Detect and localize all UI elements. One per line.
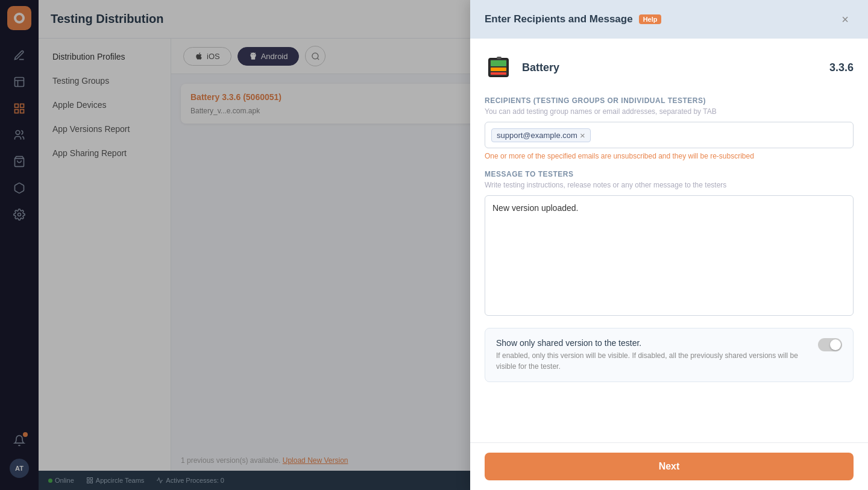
modal-footer: Next — [470, 442, 868, 490]
tag-remove-button[interactable]: × — [580, 131, 585, 140]
app-name: Battery — [522, 61, 559, 74]
modal-header: Enter Recipients and Message Help × — [470, 0, 868, 39]
svg-rect-19 — [491, 68, 506, 71]
modal-title: Enter Recipients and Message Help — [485, 13, 661, 25]
recipients-section-label: RECIPIENTS (TESTING GROUPS OR INDIVIDUAL… — [485, 96, 854, 105]
app-version: 3.3.6 — [829, 61, 854, 74]
message-sublabel: Write testing instructions, release note… — [485, 181, 854, 189]
recipients-input-box[interactable]: support@example.com × — [485, 122, 854, 148]
modal-close-button[interactable]: × — [837, 11, 854, 28]
svg-rect-21 — [497, 57, 502, 59]
battery-app-icon — [485, 53, 514, 82]
toggle-subtitle: If enabled, only this version will be vi… — [496, 350, 808, 372]
next-button[interactable]: Next — [485, 453, 854, 480]
toggle-section: Show only shared version to the tester. … — [485, 328, 854, 382]
message-textarea[interactable]: New version uploaded. — [485, 195, 854, 316]
toggle-switch[interactable] — [818, 338, 842, 351]
help-badge[interactable]: Help — [639, 14, 662, 24]
svg-rect-20 — [491, 72, 506, 75]
toggle-thumb — [830, 339, 841, 350]
modal-body: Battery 3.3.6 RECIPIENTS (TESTING GROUPS… — [470, 39, 868, 442]
email-tag: support@example.com × — [491, 128, 591, 142]
warning-message: One or more of the specified emails are … — [485, 152, 854, 160]
recipients-sublabel: You can add testing group names or email… — [485, 107, 854, 116]
message-section-label: MESSAGE TO TESTERS — [485, 170, 854, 178]
app-info-row: Battery 3.3.6 — [485, 53, 854, 82]
svg-rect-18 — [491, 60, 506, 66]
toggle-title: Show only shared version to the tester. — [496, 338, 808, 348]
recipients-modal: Enter Recipients and Message Help × Batt… — [470, 0, 868, 490]
